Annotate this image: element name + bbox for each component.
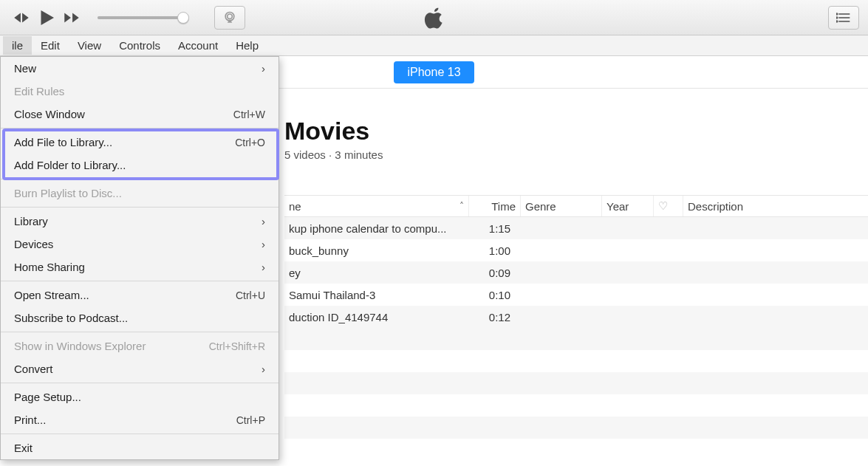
menu-item-label: Subscribe to Podcast... [14,312,128,324]
cell-name: kup iphone calendar to compu... [289,222,465,235]
menu-separator [1,434,278,434]
cell-time: 1:00 [465,244,516,257]
menu-item-label: Burn Playlist to Disc... [14,187,122,199]
menu-shortcut: Ctrl+O [235,137,265,148]
section-title: Movies [284,117,868,145]
menu-item-open-stream[interactable]: Open Stream...Ctrl+U [1,284,278,306]
svg-point-7 [836,21,838,22]
menu-separator [1,179,278,179]
menu-item-label: Home Sharing [14,261,85,273]
movies-table: ne ˄ Time Genre Year ♡ Description kup i… [284,195,868,439]
col-genre-label: Genre [525,200,556,213]
cell-time: 0:09 [465,267,516,279]
col-year[interactable]: Year [602,196,654,216]
menu-help[interactable]: Help [227,36,267,55]
menu-item-new[interactable]: New› [1,57,278,80]
cell-time: 1:15 [465,222,516,235]
chevron-right-icon: › [262,363,265,375]
menubar: ileEditViewControlsAccountHelp [0,35,868,56]
menu-edit[interactable]: Edit [32,36,69,55]
section-subtitle: 5 videos · 3 minutes [284,148,868,161]
menu-shortcut: Ctrl+W [233,109,265,120]
next-button[interactable] [59,5,84,30]
menu-item-print[interactable]: Print...Ctrl+P [1,408,278,431]
menu-item-label: Convert [14,363,53,375]
volume-thumb[interactable] [177,12,189,24]
device-pill[interactable]: iPhone 13 [394,61,474,83]
chevron-right-icon: › [262,215,265,227]
table-row-empty [284,350,868,372]
menu-item-label: Show in Windows Explorer [14,340,146,352]
playback-toolbar [0,0,868,35]
table-row[interactable]: Samui Thailand-30:10 [284,284,868,306]
menu-item-exit[interactable]: Exit [1,436,278,459]
menu-ile[interactable]: ile [3,36,32,55]
menu-item-devices[interactable]: Devices› [1,233,278,256]
menu-item-label: Exit [14,442,33,454]
svg-point-1 [228,14,233,19]
menu-item-library[interactable]: Library› [1,210,278,233]
table-row-empty [284,328,868,350]
col-year-label: Year [606,200,629,213]
list-view-button[interactable] [828,6,859,30]
menu-item-label: Close Window [14,108,85,120]
heart-icon: ♡ [658,199,668,213]
menu-view[interactable]: View [69,36,110,55]
volume-slider[interactable] [98,16,186,19]
menu-item-label: Edit Rules [14,85,64,97]
menu-item-add-file-to-library[interactable]: Add File to Library...Ctrl+O [1,131,278,154]
cell-name: buck_bunny [289,244,465,257]
menu-item-add-folder-to-library[interactable]: Add Folder to Library... [1,154,278,177]
table-header: ne ˄ Time Genre Year ♡ Description [284,195,868,217]
menu-controls[interactable]: Controls [110,36,169,55]
chevron-right-icon: › [262,261,265,273]
menu-separator [1,332,278,332]
menu-item-label: Add Folder to Library... [14,159,126,171]
table-row[interactable]: ey0:09 [284,261,868,284]
svg-point-5 [836,13,838,15]
table-row[interactable]: duction ID_41497440:12 [284,306,868,328]
table-row[interactable]: kup iphone calendar to compu...1:15 [284,217,868,239]
chevron-right-icon: › [262,238,265,250]
col-description-label: Description [688,200,743,213]
previous-button[interactable] [9,5,34,30]
cell-time: 0:12 [465,311,516,323]
menu-account[interactable]: Account [169,36,227,55]
table-row-empty [284,417,868,439]
table-row[interactable]: buck_bunny1:00 [284,239,868,261]
now-playing-apple-icon [257,7,612,29]
airplay-button[interactable] [214,6,245,30]
menu-item-home-sharing[interactable]: Home Sharing› [1,256,278,278]
menu-shortcut: Ctrl+Shift+R [209,340,265,352]
menu-item-label: Page Setup... [14,391,81,403]
col-name[interactable]: ne ˄ [284,196,469,216]
chevron-right-icon: › [262,62,265,75]
file-menu-dropdown: New›Edit RulesClose WindowCtrl+WAdd File… [0,56,279,460]
col-love[interactable]: ♡ [654,196,683,216]
menu-item-edit-rules: Edit Rules [1,80,278,103]
col-time-label: Time [491,200,516,213]
menu-separator [1,128,278,129]
cell-name: duction ID_4149744 [289,311,465,323]
cell-name: Samui Thailand-3 [289,289,465,301]
col-genre[interactable]: Genre [521,196,602,216]
table-row-empty [284,394,868,417]
menu-item-label: Devices [14,238,53,250]
menu-item-show-in-windows-explorer: Show in Windows ExplorerCtrl+Shift+R [1,335,278,357]
menu-item-close-window[interactable]: Close WindowCtrl+W [1,103,278,126]
table-row-empty [284,372,868,394]
volume-fill [98,16,186,19]
col-description[interactable]: Description [683,196,868,216]
menu-item-label: New [14,62,36,75]
menu-item-subscribe-to-podcast[interactable]: Subscribe to Podcast... [1,306,278,329]
menu-item-convert[interactable]: Convert› [1,357,278,380]
col-name-label: ne [289,200,301,213]
menu-separator [1,281,278,281]
menu-item-page-setup[interactable]: Page Setup... [1,386,278,408]
menu-item-label: Add File to Library... [14,136,112,148]
svg-point-6 [836,17,838,18]
menu-shortcut: Ctrl+P [236,414,265,426]
play-button[interactable] [34,5,59,30]
cell-name: ey [289,267,465,279]
col-time[interactable]: Time [469,196,521,216]
